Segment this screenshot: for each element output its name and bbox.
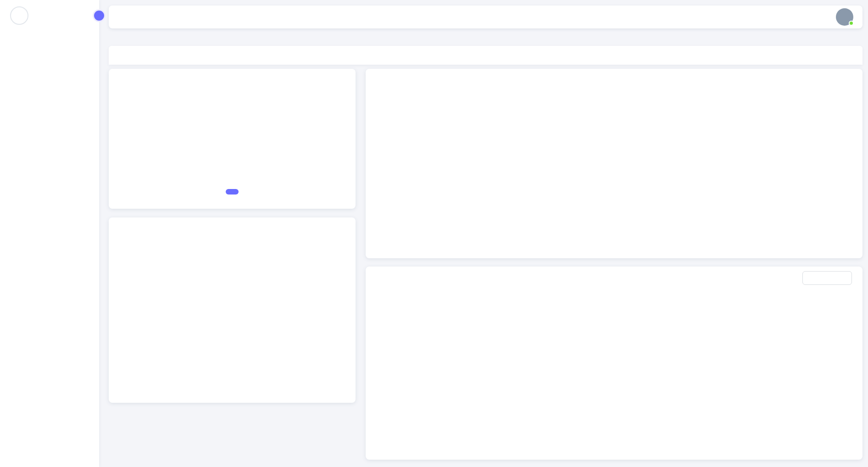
header <box>109 6 862 28</box>
project-progress-card <box>366 69 862 258</box>
progress-line-chart-plot[interactable] <box>374 115 854 234</box>
modify-details-button[interactable] <box>226 189 239 195</box>
project-statistics-card <box>109 217 356 403</box>
date-range-select[interactable] <box>802 271 852 285</box>
logo[interactable] <box>0 0 99 29</box>
project-profile-card <box>109 69 356 209</box>
online-status-dot <box>849 21 854 26</box>
sidebar-collapse-button[interactable] <box>93 9 106 22</box>
attendance-overview-card <box>366 267 862 460</box>
tab-bar <box>109 46 862 65</box>
attendance-bar-chart-plot[interactable] <box>375 302 854 440</box>
app-root <box>0 0 868 467</box>
main-content <box>99 0 868 467</box>
pms-logo-icon <box>10 6 28 25</box>
avatar[interactable] <box>836 8 853 26</box>
sidebar <box>0 0 99 467</box>
